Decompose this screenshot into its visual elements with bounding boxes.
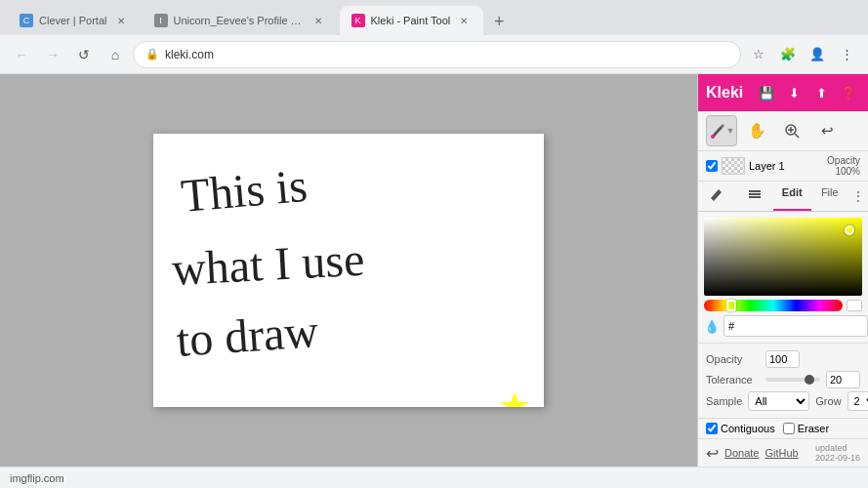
svg-marker-3 [500,392,529,407]
layer-row: Layer 1 Opacity 100% [698,151,868,182]
extensions-button[interactable]: 🧩 [774,41,802,68]
panel-header-icons: 💾 ⬇ ⬆ ❓ [755,81,860,104]
forward-button[interactable]: → [39,41,66,68]
tab-imgflip-label: Unicorn_Eevee's Profile - Imgflip [174,15,305,26]
sample-setting-row: Sample All Current Below Grow 1 2 3 4 5 [706,391,860,411]
updated-text: updated 2022-09-16 [815,443,860,463]
tab-kleki-close[interactable]: ✕ [456,13,472,28]
sample-select[interactable]: All Current Below [748,391,809,411]
canvas-area[interactable]: This is what I use to draw [0,74,697,467]
tab-clever[interactable]: C Clever | Portal ✕ [8,6,141,35]
svg-point-9 [711,135,715,139]
tool-row: ▼ ✋ ↩ [698,111,868,151]
color-gradient[interactable] [704,218,862,296]
share-icon-button[interactable]: ⬆ [809,81,833,104]
zoom-in-button[interactable] [776,115,807,146]
download-icon-button[interactable]: ⬇ [782,81,806,104]
refresh-button[interactable]: ↺ [70,41,98,68]
brush-tool-button[interactable]: ▼ [706,115,737,146]
save-icon-button[interactable]: 💾 [755,81,778,104]
eraser-checkbox[interactable] [783,423,795,434]
canvas-svg: This is what I use to draw [153,134,544,407]
drawing-canvas[interactable]: This is what I use to draw [153,134,544,407]
sample-label: Sample [706,395,742,407]
tab-kleki-label: Kleki - Paint Tool [371,15,451,26]
browser-footer: imgflip.com [0,467,868,488]
opacity-label: Opacity [706,353,760,365]
tab-file[interactable]: File [811,182,849,211]
tab-kleki[interactable]: K Kleki - Paint Tool ✕ [340,6,484,35]
back-button[interactable]: ← [8,41,35,68]
profile-button[interactable]: 👤 [804,41,831,68]
tab-layers[interactable] [736,182,774,211]
tabs-row: Edit File ⋮ [698,182,868,212]
address-bar[interactable]: 🔒 kleki.com [133,41,741,68]
opacity-input[interactable] [765,350,800,368]
home-button[interactable]: ⌂ [102,41,129,68]
footer-url: imgflip.com [10,472,64,484]
new-tab-button[interactable]: + [485,8,513,35]
layer-thumbnail [722,157,745,175]
tolerance-thumb[interactable] [805,375,814,385]
tolerance-slider[interactable] [765,378,820,382]
donate-button[interactable]: Donate [724,447,759,459]
tab-edit[interactable]: Edit [773,182,811,211]
grow-label: Grow [815,395,841,407]
tab-imgflip[interactable]: I Unicorn_Eevee's Profile - Imgflip ✕ [143,6,338,35]
github-button[interactable]: GitHub [765,447,798,459]
hand-tool-button[interactable]: ✋ [741,115,772,146]
svg-rect-15 [749,193,761,195]
svg-rect-14 [749,190,761,192]
tab-bar: C Clever | Portal ✕ I Unicorn_Eevee's Pr… [0,0,868,35]
hue-slider[interactable] [704,300,843,311]
color-inputs-row: 💧 [704,315,862,337]
lock-icon: 🔒 [145,48,159,61]
hue-thumb[interactable] [726,300,736,311]
svg-line-11 [795,134,799,138]
alpha-swatch [847,300,862,311]
layer-visibility-checkbox[interactable] [706,160,718,172]
kleki-favicon: K [351,14,365,27]
contiguous-label: Contiguous [721,423,775,434]
color-gradient-background [704,218,862,296]
browser-frame: C Clever | Portal ✕ I Unicorn_Eevee's Pr… [0,0,868,488]
checkbox-row: Contiguous Eraser [698,419,868,438]
tolerance-label: Tolerance [706,374,760,386]
layers-tab-icon [747,186,763,202]
svg-text:This is: This is [179,159,309,222]
zoom-in-icon [783,122,801,140]
nav-right-buttons: ☆ 🧩 👤 ⋮ [745,41,860,68]
tab-clever-close[interactable]: ✕ [113,13,129,28]
tab-imgflip-close[interactable]: ✕ [310,13,326,28]
settings-area: Opacity Tolerance Sample All Current Bel [698,344,868,419]
eraser-label: Eraser [798,423,829,434]
hue-slider-row [704,300,862,311]
grow-select[interactable]: 1 2 3 4 5 [847,391,868,411]
tolerance-input[interactable] [826,371,860,388]
eraser-checkbox-item[interactable]: Eraser [783,423,829,434]
imgflip-favicon: I [154,14,168,27]
bottom-row: ↩ Donate GitHub updated 2022-09-16 [698,438,868,467]
undo-button[interactable]: ↩ [811,115,843,146]
hex-input[interactable] [723,315,868,337]
main-area: This is what I use to draw [0,74,868,467]
layer-opacity: Opacity 100% [827,155,860,177]
bookmark-button[interactable]: ☆ [745,41,772,68]
more-icon-button[interactable]: ❓ [837,81,860,104]
contiguous-checkbox[interactable] [706,423,718,434]
contiguous-checkbox-item[interactable]: Contiguous [706,423,775,434]
url-text: kleki.com [165,48,728,61]
panel-undo-button[interactable]: ↩ [706,444,719,463]
panel-header: Kleki 💾 ⬇ ⬆ ❓ [698,74,868,111]
color-picker-area[interactable]: 💧 [698,212,868,344]
layer-name: Layer 1 [749,160,823,172]
tab-brush[interactable] [698,182,736,211]
tab-more[interactable]: ⋮ [848,182,868,211]
nav-bar: ← → ↺ ⌂ 🔒 kleki.com ☆ 🧩 👤 ⋮ [0,35,868,74]
menu-button[interactable]: ⋮ [833,41,860,68]
eyedropper-button[interactable]: 💧 [704,315,720,337]
opacity-setting-row: Opacity [706,350,860,368]
tolerance-setting-row: Tolerance [706,371,860,388]
svg-text:to draw: to draw [175,305,320,366]
kleki-logo: Kleki [706,84,749,102]
